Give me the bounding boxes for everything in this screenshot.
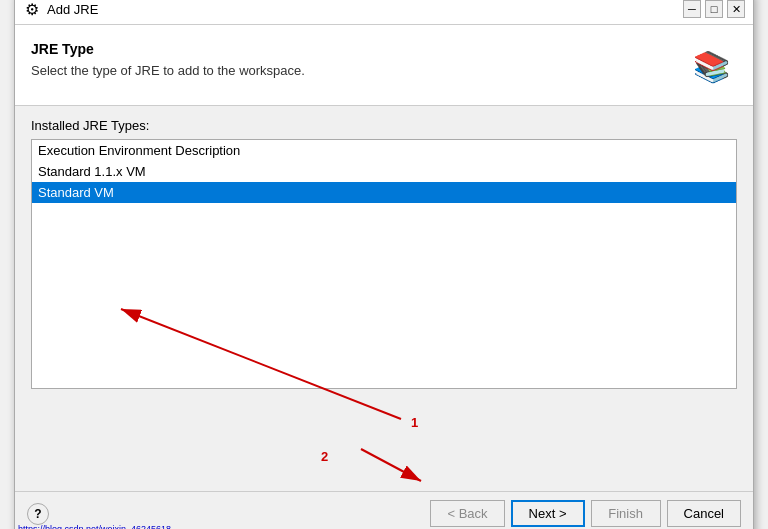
page-title: JRE Type (31, 41, 685, 57)
books-icon: 📚 (693, 52, 730, 82)
maximize-button[interactable]: □ (705, 0, 723, 18)
dialog-title: Add JRE (47, 2, 677, 17)
header-icon: 📚 (685, 41, 737, 93)
page-subtitle: Select the type of JRE to add to the wor… (31, 63, 685, 78)
list-item[interactable]: Execution Environment Description (32, 140, 736, 161)
svg-text:1: 1 (411, 415, 418, 430)
finish-button[interactable]: Finish (591, 500, 661, 527)
annotation-area: 1 2 (31, 389, 737, 479)
header-section: JRE Type Select the type of JRE to add t… (15, 25, 753, 106)
watermark: https://blog.csdn.net/weixin_46245618 (14, 522, 175, 529)
list-item[interactable]: Standard 1.1.x VM (32, 161, 736, 182)
jre-type-list[interactable]: Execution Environment Description Standa… (31, 139, 737, 389)
cancel-button[interactable]: Cancel (667, 500, 741, 527)
dialog: ⚙ Add JRE ─ □ ✕ JRE Type Select the type… (14, 0, 754, 529)
dialog-icon: ⚙ (23, 0, 41, 18)
title-bar-controls: ─ □ ✕ (683, 0, 745, 18)
annotation-svg: 1 2 (31, 389, 737, 479)
footer-buttons: < Back Next > Finish Cancel (430, 500, 741, 527)
list-label: Installed JRE Types: (31, 118, 737, 133)
title-bar: ⚙ Add JRE ─ □ ✕ (15, 0, 753, 25)
list-item-selected[interactable]: Standard VM (32, 182, 736, 203)
minimize-button[interactable]: ─ (683, 0, 701, 18)
header-text-block: JRE Type Select the type of JRE to add t… (31, 41, 685, 78)
back-button[interactable]: < Back (430, 500, 504, 527)
svg-line-4 (361, 449, 421, 481)
main-content: Installed JRE Types: Execution Environme… (15, 106, 753, 491)
next-button[interactable]: Next > (511, 500, 585, 527)
close-button[interactable]: ✕ (727, 0, 745, 18)
svg-text:2: 2 (321, 449, 328, 464)
